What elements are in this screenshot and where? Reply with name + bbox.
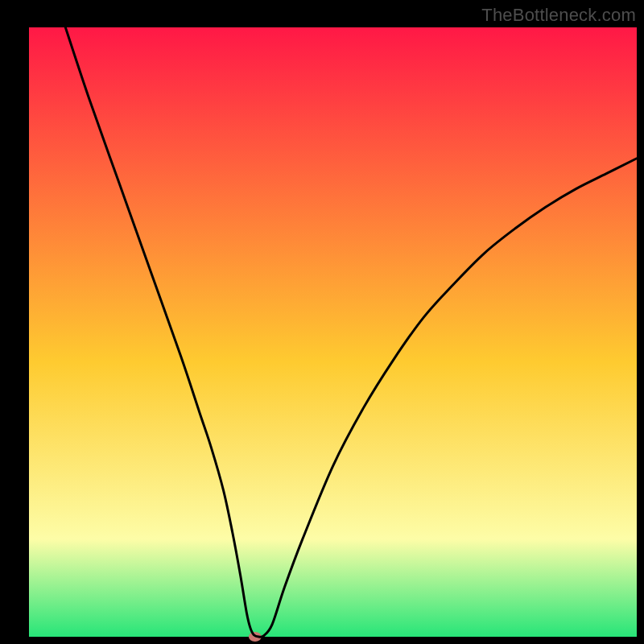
chart-frame: TheBottleneck.com xyxy=(0,0,644,644)
plot-background xyxy=(29,27,637,637)
chart-canvas xyxy=(0,0,644,644)
watermark-text: TheBottleneck.com xyxy=(481,5,636,26)
